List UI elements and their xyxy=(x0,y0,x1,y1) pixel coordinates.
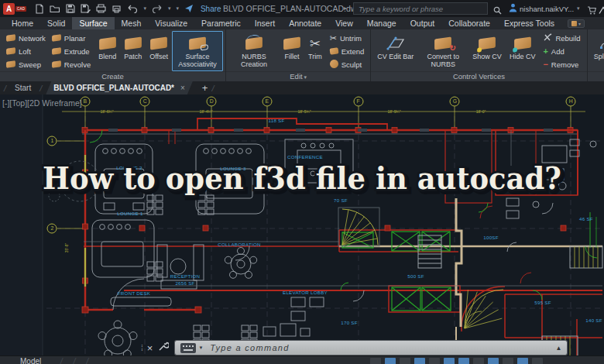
button-label: Remove xyxy=(551,60,578,69)
button-extrude[interactable]: Extrude xyxy=(52,45,91,58)
button-surface-associativity[interactable]: Surface Associativity xyxy=(172,31,223,71)
share-label[interactable]: Share xyxy=(201,5,221,13)
panel-title-edit[interactable]: Edit ▾ xyxy=(226,71,370,81)
redo-dropdown-icon[interactable]: ▾ xyxy=(168,5,171,12)
ribbon-tab-insert[interactable]: Insert xyxy=(248,17,282,29)
button-revolve[interactable]: Revolve xyxy=(52,58,91,71)
button-show-cv[interactable]: Show CV xyxy=(468,31,506,71)
autocad-logo[interactable]: A xyxy=(3,3,15,15)
drawing-canvas[interactable]: [-][Top][2D Wireframe] 118 SFLOUNGE 2LOU… xyxy=(0,94,604,364)
ribbon-tab-surface[interactable]: Surface xyxy=(72,17,114,29)
search-icon[interactable] xyxy=(493,4,502,18)
button-remove[interactable]: −Remove xyxy=(543,58,580,71)
cart-icon[interactable] xyxy=(587,4,596,18)
command-input-placeholder[interactable]: Type a command xyxy=(210,343,555,352)
ribbon-tab-manage[interactable]: Manage xyxy=(360,17,403,29)
open-folder-icon[interactable] xyxy=(50,4,60,13)
qat-customize-icon[interactable]: ▾ xyxy=(176,5,179,12)
infer-constraints-icon[interactable] xyxy=(400,358,410,364)
button-spline-cv[interactable]: Spline CV▾ xyxy=(590,31,604,71)
document-tab[interactable]: BLVD OFFICE_PLAN-AUTOCAD* × xyxy=(46,81,193,94)
button-label: Offset xyxy=(149,53,168,61)
selection-cycling-icon[interactable] xyxy=(532,358,543,364)
ribbon-tab-visualize[interactable]: Visualize xyxy=(148,17,194,29)
command-input-bar[interactable]: ▼ Type a command ▲ xyxy=(175,341,567,355)
redo-icon[interactable] xyxy=(152,5,163,13)
wrench-icon[interactable] xyxy=(158,341,169,355)
command-options-caret-icon[interactable]: ▼ xyxy=(198,345,203,350)
button-network[interactable]: Network xyxy=(6,32,46,45)
lineweight-icon[interactable] xyxy=(503,358,513,364)
button-sweep[interactable]: Sweep xyxy=(6,58,46,71)
title-caret-icon[interactable]: ▸ xyxy=(344,5,347,12)
button-sculpt[interactable]: Sculpt xyxy=(330,58,365,71)
keyboard-icon[interactable] xyxy=(180,343,196,353)
panel-title-create[interactable]: Create xyxy=(0,71,225,81)
user-account[interactable]: nishant.naikVY... ▾ xyxy=(509,3,580,14)
button-label: Loft xyxy=(19,47,31,56)
object-snap-tracking-icon[interactable] xyxy=(473,358,484,364)
isometric-drafting-icon[interactable] xyxy=(458,358,469,364)
button-offset[interactable]: Offset xyxy=(146,31,172,71)
dynamic-input-icon[interactable] xyxy=(414,358,425,364)
ribbon-extra-tab-chip[interactable]: ▾ xyxy=(568,19,585,28)
offset-surface-icon xyxy=(150,33,167,53)
convert-to-nurbs-icon xyxy=(434,33,451,53)
button-extend[interactable]: Extend xyxy=(330,45,365,58)
ortho-icon[interactable] xyxy=(429,358,440,364)
grid-icon[interactable] xyxy=(370,358,381,364)
button-trim[interactable]: ✂Trim xyxy=(304,31,326,71)
button-blend[interactable]: Blend xyxy=(94,31,120,71)
search-input[interactable]: Type a keyword or phrase xyxy=(353,2,488,15)
undo-icon[interactable] xyxy=(127,5,138,13)
panel-title-control-vertices[interactable]: Control Vertices xyxy=(371,71,586,81)
viewport-controls-label[interactable]: [-][Top][2D Wireframe] xyxy=(2,98,82,108)
ribbon-tab-mesh[interactable]: Mesh xyxy=(115,17,149,29)
close-tab-icon[interactable]: × xyxy=(180,84,185,92)
button-loft[interactable]: Loft xyxy=(6,45,46,58)
floor-plan-drawing xyxy=(0,94,604,364)
save-icon[interactable] xyxy=(66,4,75,13)
ribbon-tab-solid[interactable]: Solid xyxy=(40,17,72,29)
snap-mode-icon[interactable] xyxy=(385,358,396,364)
button-patch[interactable]: Patch xyxy=(120,31,146,71)
new-file-icon[interactable] xyxy=(35,4,44,14)
blend-surface-icon xyxy=(99,33,116,53)
dock-drag-handle[interactable]: ⁞ xyxy=(141,344,142,352)
ribbon-tab-collaborate[interactable]: Collaborate xyxy=(441,17,497,29)
ribbon-tab-view[interactable]: View xyxy=(328,17,360,29)
panel-title-curves[interactable]: Curves ▾ xyxy=(588,71,604,81)
close-command-line-icon[interactable]: × xyxy=(147,343,153,353)
share-icon[interactable] xyxy=(184,4,194,13)
button-untrim[interactable]: ✂Untrim xyxy=(330,32,365,45)
object-snap-icon[interactable] xyxy=(488,358,499,364)
ribbon-tab-home[interactable]: Home xyxy=(5,17,40,29)
ribbon-tab-output[interactable]: Output xyxy=(403,17,442,29)
command-history-icon[interactable]: ▲ xyxy=(555,345,561,352)
button-planar[interactable]: Planar xyxy=(52,32,91,45)
button-label: Sweep xyxy=(19,60,41,69)
polar-tracking-icon[interactable] xyxy=(444,358,455,364)
button-label: Hide CV xyxy=(510,53,536,61)
transparency-icon[interactable] xyxy=(517,358,528,364)
new-drawing-tab-icon[interactable]: + xyxy=(202,83,208,93)
autocad-window: A CAD ▾ ▾ ▾ Share BLVD OFFICE_PLAN-AUTOC… xyxy=(0,0,604,364)
button-nurbs-creation[interactable]: NURBS Creation xyxy=(228,31,280,71)
sweep-surface-icon xyxy=(6,60,15,69)
plot-icon[interactable] xyxy=(96,4,106,13)
ribbon-tab-parametric[interactable]: Parametric xyxy=(194,17,248,29)
button-convert-to-nurbs[interactable]: Convert to NURBS xyxy=(417,31,468,71)
button-hide-cv[interactable]: Hide CV xyxy=(506,31,540,71)
autodesk-logo-icon[interactable] xyxy=(599,4,604,18)
button-add[interactable]: +Add xyxy=(543,45,580,58)
save-as-icon[interactable] xyxy=(81,4,91,13)
ribbon-tab-express-tools[interactable]: Express Tools xyxy=(497,17,561,29)
button-fillet[interactable]: Fillet xyxy=(280,31,304,71)
print-icon[interactable] xyxy=(112,4,122,13)
ribbon-tab-annotate[interactable]: Annotate xyxy=(282,17,328,29)
start-tab[interactable]: Start xyxy=(10,84,36,92)
undo-dropdown-icon[interactable]: ▾ xyxy=(143,5,146,12)
button-rebuild[interactable]: Rebuild xyxy=(543,32,580,45)
button-cv-edit-bar[interactable]: CV Edit Bar xyxy=(373,31,417,71)
model-tab[interactable]: Model xyxy=(20,357,41,364)
